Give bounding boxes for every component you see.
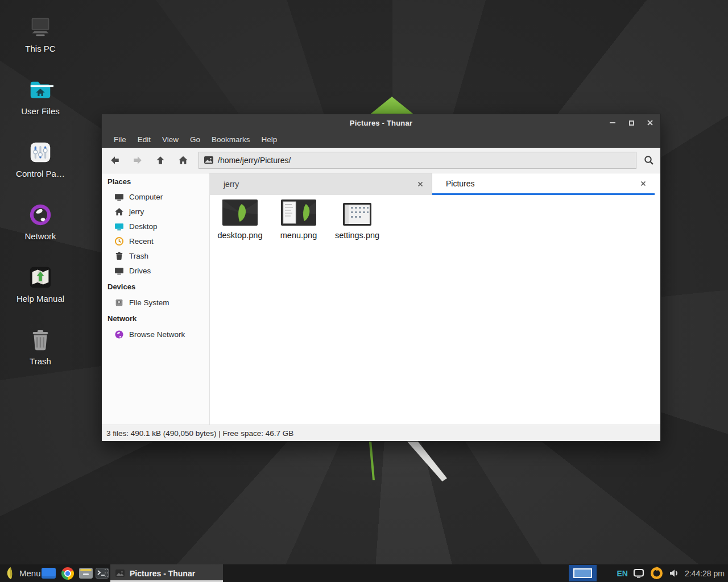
sidebar-item-browse-network[interactable]: Browse Network xyxy=(102,327,209,342)
titlebar: Pictures - Thunar xyxy=(102,114,660,131)
workspace-active-window xyxy=(573,568,592,578)
menu-logo-icon xyxy=(5,567,15,580)
sidebar-item-jerry[interactable]: jerry xyxy=(102,204,209,219)
sidebar-item-label: Trash xyxy=(129,252,148,260)
menu-edit[interactable]: Edit xyxy=(132,135,156,144)
tab-label: Pictures xyxy=(432,179,475,188)
keyboard-layout-indicator[interactable]: EN xyxy=(617,569,627,578)
close-icon xyxy=(417,181,423,187)
chrome-icon xyxy=(61,567,74,580)
desktop-icon-trash[interactable]: Trash xyxy=(6,326,75,366)
sidebar-header-network: Network xyxy=(102,310,209,327)
launcher-file-manager[interactable] xyxy=(77,564,94,582)
sidebar-item-label: File System xyxy=(129,298,169,307)
launcher-files-blue[interactable] xyxy=(40,564,57,582)
desktop-icon-control-panel[interactable]: Control Pa… xyxy=(6,139,75,178)
close-button[interactable] xyxy=(643,116,657,130)
search-button[interactable] xyxy=(639,151,659,169)
window-title: Pictures - Thunar xyxy=(350,119,412,127)
file-settings-png[interactable]: settings.png xyxy=(329,199,386,240)
menu-help[interactable]: Help xyxy=(256,135,283,144)
desktop-icon-label: Control Pa… xyxy=(6,169,75,178)
image-thumbnail xyxy=(343,203,371,226)
sidebar-item-desktop[interactable]: Desktop xyxy=(102,219,209,234)
taskbar: Menu Pictures - Thunar EN 2:44:28 pm xyxy=(0,564,728,582)
taskbar-window-button[interactable]: Pictures - Thunar xyxy=(110,564,223,582)
system-tray: EN 2:44:28 pm xyxy=(617,564,726,582)
status-text: 3 files: 490.1 kB (490,050 bytes) | Free… xyxy=(106,429,293,438)
search-icon xyxy=(643,155,655,166)
maximize-button[interactable] xyxy=(624,116,638,130)
image-file-icon xyxy=(115,569,125,577)
update-manager-icon[interactable] xyxy=(650,566,664,580)
menu-button-label: Menu xyxy=(19,568,41,578)
menu-view[interactable]: View xyxy=(156,135,184,144)
close-icon xyxy=(640,181,646,186)
menu-bookmarks[interactable]: Bookmarks xyxy=(206,135,256,144)
home-icon xyxy=(178,155,188,165)
sidebar: Places Computer jerry Desktop Recent Tra… xyxy=(102,173,210,425)
thunar-window: Pictures - Thunar File Edit View Go Book… xyxy=(101,114,661,442)
home-button[interactable] xyxy=(174,151,192,169)
up-button[interactable] xyxy=(151,151,169,169)
display-icon[interactable] xyxy=(633,568,644,578)
sidebar-item-label: Computer xyxy=(129,193,163,201)
sidebar-item-drives[interactable]: Drives xyxy=(102,263,209,278)
tab-pictures[interactable]: Pictures xyxy=(432,173,655,195)
back-button[interactable] xyxy=(106,151,124,169)
desktop-icon-label: Network xyxy=(6,231,75,241)
blue-window-icon xyxy=(42,568,56,579)
file-name: menu.png xyxy=(270,231,327,240)
sidebar-item-computer[interactable]: Computer xyxy=(102,189,209,204)
menu-file[interactable]: File xyxy=(108,135,132,144)
sidebar-item-file-system[interactable]: File System xyxy=(102,295,209,310)
desktop-icon-label: Trash xyxy=(6,356,75,366)
minimize-icon xyxy=(610,122,615,123)
sidebar-item-recent[interactable]: Recent xyxy=(102,234,209,248)
clock[interactable]: 2:44:28 pm xyxy=(685,569,726,578)
launcher-chrome[interactable] xyxy=(59,564,76,582)
user-files-icon xyxy=(6,76,75,103)
path-field[interactable]: /home/jerry/Pictures/ xyxy=(198,152,636,169)
desktop-icon-label: Help Manual xyxy=(6,294,75,304)
file-name: settings.png xyxy=(329,231,386,240)
sidebar-item-trash[interactable]: Trash xyxy=(102,248,209,263)
menu-go[interactable]: Go xyxy=(184,135,206,144)
control-panel-icon xyxy=(6,139,75,166)
path-text: /home/jerry/Pictures/ xyxy=(218,156,291,165)
menubar: File Edit View Go Bookmarks Help xyxy=(102,131,660,148)
taskbar-window-label: Pictures - Thunar xyxy=(130,569,195,578)
workspace-switcher[interactable] xyxy=(569,565,597,581)
tab-close-button[interactable] xyxy=(638,178,648,189)
sidebar-item-label: Desktop xyxy=(129,222,158,231)
sidebar-item-label: Drives xyxy=(129,267,151,275)
toolbar: /home/jerry/Pictures/ xyxy=(102,148,660,173)
maximize-icon xyxy=(629,120,634,126)
forward-icon xyxy=(133,155,143,165)
menu-button[interactable]: Menu xyxy=(0,564,46,582)
tab-close-button[interactable] xyxy=(415,179,425,189)
desktop-icon-this-pc[interactable]: This PC xyxy=(6,14,75,53)
forward-button[interactable] xyxy=(129,151,147,169)
image-thumbnail xyxy=(281,199,316,226)
desktop-icon-user-files[interactable]: User Files xyxy=(6,76,75,116)
network-globe-icon xyxy=(6,201,75,228)
volume-icon[interactable] xyxy=(669,568,680,578)
up-icon xyxy=(155,155,166,165)
panel-drag-handle[interactable] xyxy=(104,568,109,579)
help-manual-icon xyxy=(6,264,75,291)
back-icon xyxy=(110,155,120,165)
desktop-icon-network[interactable]: Network xyxy=(6,201,75,241)
this-pc-icon xyxy=(6,14,75,41)
file-list: desktop.png menu.png settings.png xyxy=(210,195,660,425)
desktop-icon-help-manual[interactable]: Help Manual xyxy=(6,264,75,304)
file-name: desktop.png xyxy=(212,231,268,240)
close-icon xyxy=(647,119,653,126)
file-desktop-png[interactable]: desktop.png xyxy=(212,199,268,240)
file-menu-png[interactable]: menu.png xyxy=(270,199,327,240)
minimize-button[interactable] xyxy=(606,116,619,130)
tab-jerry[interactable]: jerry xyxy=(210,173,432,195)
sidebar-item-label: jerry xyxy=(129,207,144,216)
trash-icon xyxy=(114,251,124,261)
image-file-icon xyxy=(204,156,213,164)
